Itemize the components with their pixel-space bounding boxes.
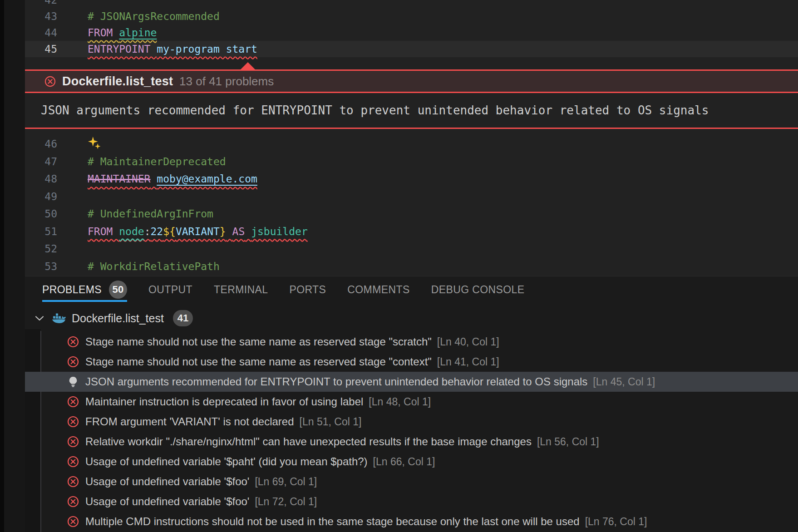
line-number: 51 (25, 226, 57, 237)
problems-file-group[interactable]: Dockerfile.list_test 41 (25, 307, 798, 329)
code-line-48[interactable]: 48MAINTAINER moby@example.com (25, 170, 798, 188)
tree-count-badge: 41 (173, 310, 193, 326)
code-text: # WorkdirRelativePath (88, 261, 220, 272)
code-line-50[interactable]: 50# UndefinedArgInFrom (25, 205, 798, 223)
sparkle-icon[interactable] (88, 136, 101, 149)
line-number: 47 (25, 156, 57, 167)
tree-file-label: Dockerfile.list_test (72, 312, 164, 325)
tab-label: OUTPUT (148, 284, 192, 296)
tab-label: PORTS (289, 284, 326, 296)
error-icon (67, 516, 79, 527)
code-token: VARIANT (176, 226, 220, 237)
problem-row[interactable]: Stage name should not use the same name … (25, 332, 798, 352)
peek-header[interactable]: Dockerfile.list_test 13 of 41 problems (25, 71, 798, 92)
problem-row[interactable]: JSON arguments recommended for ENTRYPOIN… (25, 372, 798, 392)
code-line-49[interactable]: 49 (25, 188, 798, 206)
line-number: 48 (25, 173, 57, 185)
problem-row[interactable]: Usage of undefined variable '$paht' (did… (25, 452, 798, 472)
code-line-47[interactable]: 47# MaintainerDeprecated (25, 153, 798, 171)
code-token: # UndefinedArgInFrom (88, 208, 213, 220)
problem-message: Usage of undefined variable '$foo' (85, 495, 249, 508)
problem-row[interactable]: Maintainer instruction is deprecated in … (25, 392, 798, 412)
tab-label: COMMENTS (347, 284, 409, 296)
problem-message: Multiple CMD instructions should not be … (85, 515, 580, 528)
problem-row[interactable]: FROM argument 'VARIANT' is not declared[… (25, 412, 798, 432)
problem-location: [Ln 51, Col 1] (300, 416, 362, 428)
code-token: moby@example.com (157, 173, 257, 185)
code-token: # JSONArgsRecommended (88, 10, 220, 22)
problem-message: Usage of undefined variable '$foo' (85, 475, 249, 488)
line-number: 45 (25, 43, 57, 55)
code-text: # JSONArgsRecommended (88, 10, 220, 22)
problem-message: Relative workdir "./share/nginx/html" ca… (85, 435, 532, 448)
line-number: 52 (25, 243, 57, 255)
problem-message: Stage name should not use the same name … (85, 355, 432, 368)
code-token: node (119, 226, 144, 237)
chevron-down-icon[interactable] (34, 315, 44, 322)
code-token: my-program start (157, 43, 257, 55)
problem-row[interactable]: Usage of undefined variable '$foo'[Ln 72… (25, 492, 798, 512)
code-token: ${ (163, 226, 176, 237)
problem-location: [Ln 41, Col 1] (437, 356, 499, 368)
problem-location: [Ln 40, Col 1] (437, 336, 499, 348)
tab-problems[interactable]: PROBLEMS50 (42, 276, 127, 303)
code-token: jsbuilder (251, 226, 308, 237)
tab-comments[interactable]: COMMENTS (347, 276, 409, 303)
code-token (226, 226, 232, 237)
code-line-53[interactable]: 53# WorkdirRelativePath (25, 258, 798, 276)
code-text (88, 136, 101, 152)
code-line-42[interactable]: 42 (25, 0, 798, 8)
error-icon (67, 456, 79, 468)
error-icon (44, 76, 56, 87)
code-token: FROM (88, 27, 119, 39)
code-text: # MaintainerDeprecated (88, 156, 226, 167)
problem-location: [Ln 69, Col 1] (255, 476, 317, 488)
problem-message: Maintainer instruction is deprecated in … (85, 395, 363, 408)
bottom-panel: PROBLEMS50OUTPUTTERMINALPORTSCOMMENTSDEB… (25, 276, 798, 532)
code-token: # MaintainerDeprecated (88, 156, 226, 167)
error-icon (67, 336, 79, 348)
code-line-51[interactable]: 51FROM node:22${VARIANT} AS jsbuilder (25, 223, 798, 241)
code-text: MAINTAINER moby@example.com (88, 173, 257, 185)
code-token: alpine (119, 27, 157, 39)
problem-location: [Ln 48, Col 1] (369, 396, 431, 408)
code-block-bottom: 4647# MaintainerDeprecated48MAINTAINER m… (25, 135, 798, 275)
line-number: 53 (25, 261, 57, 272)
problem-row[interactable]: Usage of undefined variable '$foo'[Ln 69… (25, 472, 798, 492)
line-number: 44 (25, 27, 57, 39)
problem-location: [Ln 45, Col 1] (593, 376, 655, 388)
code-token: AS (232, 226, 245, 237)
error-icon (67, 436, 79, 448)
peek-problem-count: 13 of 41 problems (179, 74, 274, 89)
code-line-45[interactable]: 45ENTRYPOINT my-program start (25, 41, 798, 57)
docker-file-icon (52, 313, 66, 324)
code-token (150, 173, 157, 185)
code-token: MAINTAINER (88, 173, 150, 185)
code-line-52[interactable]: 52 (25, 240, 798, 258)
code-line-43[interactable]: 43# JSONArgsRecommended (25, 8, 798, 25)
tab-debug-console[interactable]: DEBUG CONSOLE (431, 276, 525, 303)
problem-message: Usage of undefined variable '$paht' (did… (85, 455, 368, 468)
code-token: # WorkdirRelativePath (88, 261, 220, 272)
editor[interactable]: 4243# JSONArgsRecommended44FROM alpine45… (25, 0, 798, 276)
tab-terminal[interactable]: TERMINAL (214, 276, 268, 303)
peek-body[interactable]: JSON arguments recommended for ENTRYPOIN… (25, 93, 798, 128)
problem-location: [Ln 72, Col 1] (255, 496, 317, 508)
code-text: FROM node:22${VARIANT} AS jsbuilder (88, 226, 308, 237)
tab-output[interactable]: OUTPUT (148, 276, 192, 303)
problem-message: FROM argument 'VARIANT' is not declared (85, 415, 294, 428)
problem-row[interactable]: Multiple CMD instructions should not be … (25, 512, 798, 532)
peek-arrow (241, 62, 255, 69)
line-number: 42 (25, 0, 57, 6)
peek-message: JSON arguments recommended for ENTRYPOIN… (41, 103, 709, 117)
problem-row[interactable]: Relative workdir "./share/nginx/html" ca… (25, 432, 798, 452)
tab-ports[interactable]: PORTS (289, 276, 326, 303)
code-block-top: 4243# JSONArgsRecommended44FROM alpine45… (25, 0, 798, 57)
tab-label: DEBUG CONSOLE (431, 284, 525, 296)
error-icon (67, 396, 79, 408)
code-line-44[interactable]: 44FROM alpine (25, 25, 798, 41)
code-line-46[interactable]: 46 (25, 135, 798, 153)
code-token: FROM (88, 226, 119, 237)
problem-row[interactable]: Stage name should not use the same name … (25, 352, 798, 372)
peek-view: Dockerfile.list_test 13 of 41 problems J… (25, 69, 798, 129)
